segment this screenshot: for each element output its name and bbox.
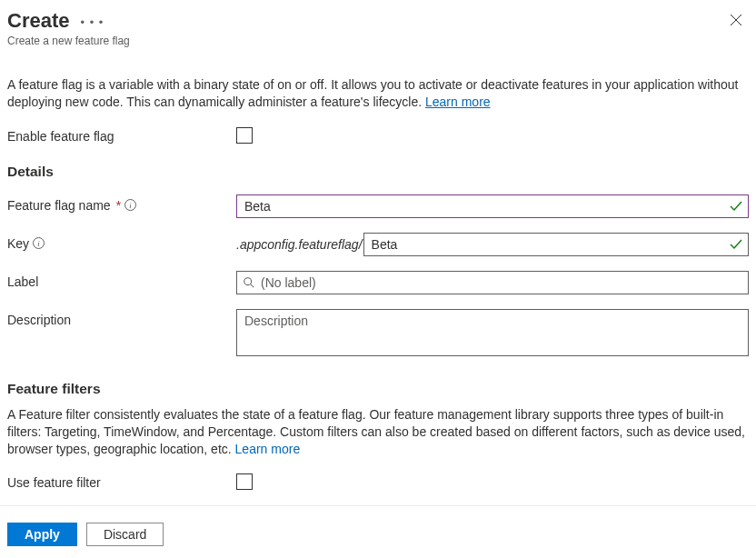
name-label: Feature flag name — [7, 198, 111, 213]
intro-text: A feature flag is a variable with a bina… — [7, 76, 749, 111]
enable-label: Enable feature flag — [7, 125, 236, 144]
description-label: Description — [7, 309, 236, 327]
info-icon[interactable]: i — [33, 237, 45, 249]
apply-button[interactable]: Apply — [7, 523, 77, 546]
search-icon — [243, 276, 255, 289]
svg-point-0 — [244, 278, 252, 285]
name-input[interactable] — [236, 194, 749, 218]
description-input[interactable] — [236, 309, 749, 356]
intro-body: A feature flag is a variable with a bina… — [7, 77, 738, 109]
page-subtitle: Create a new feature flag — [7, 35, 749, 47]
learn-more-link[interactable]: Learn more — [425, 95, 491, 109]
close-icon[interactable] — [729, 13, 743, 27]
svg-line-1 — [251, 284, 254, 288]
enable-checkbox[interactable] — [236, 127, 253, 144]
key-prefix: .appconfig.featureflag/ — [236, 237, 363, 252]
use-filter-checkbox[interactable] — [236, 473, 253, 490]
info-icon[interactable]: i — [124, 199, 136, 211]
required-asterisk: * — [116, 198, 121, 213]
label-field-label: Label — [7, 271, 236, 289]
discard-button[interactable]: Discard — [86, 523, 164, 546]
checkmark-icon — [729, 199, 743, 214]
use-filter-label: Use feature filter — [7, 472, 236, 490]
filters-text: A Feature filter consistently evaluates … — [7, 406, 749, 458]
page-title: Create — [7, 9, 76, 33]
more-icon[interactable]: • • • — [76, 15, 107, 29]
label-input[interactable] — [236, 271, 749, 294]
checkmark-icon — [729, 237, 743, 252]
details-heading: Details — [7, 164, 749, 180]
key-input[interactable] — [363, 233, 749, 256]
key-label: Key — [7, 236, 29, 251]
filters-heading: Feature filters — [7, 381, 749, 397]
filters-learn-more-link[interactable]: Learn more — [235, 442, 301, 456]
filters-body: A Feature filter consistently evaluates … — [7, 407, 745, 456]
